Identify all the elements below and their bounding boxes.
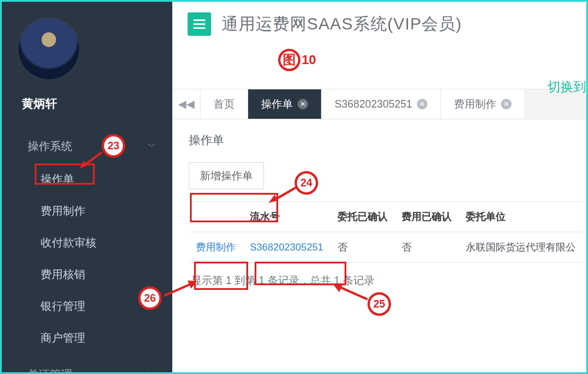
switch-link[interactable]: 切换到 bbox=[547, 78, 586, 96]
row-action-link[interactable]: 费用制作 bbox=[196, 242, 236, 253]
menu-section-documents: 单证管理 〉 bbox=[2, 358, 172, 374]
tab-close-icon[interactable]: ✕ bbox=[298, 99, 308, 109]
main: 通用运费网SAAS系统(VIP会员) 切换到 ◀◀ 首页 操作单 ✕ S3682… bbox=[172, 2, 586, 372]
chevron-down-icon: ﹀ bbox=[148, 141, 156, 152]
table-row: 费用制作 S368202305251 否 否 永联国际货运代理有限公 bbox=[189, 232, 583, 263]
svg-rect-0 bbox=[193, 19, 205, 21]
menu-item-payment-review[interactable]: 收付款审核 bbox=[2, 227, 172, 259]
menu-section-operations: 操作系统 ﹀ 操作单 费用制作 收付款审核 费用核销 银行管理 商户管理 bbox=[2, 129, 172, 354]
menu-header-documents[interactable]: 单证管理 〉 bbox=[2, 358, 172, 374]
svg-rect-2 bbox=[193, 27, 205, 29]
double-chevron-left-icon: ◀◀ bbox=[178, 98, 195, 111]
data-table: 流水号 委托已确认 费用已确认 委托单位 费用制作 S368202305251 … bbox=[189, 201, 583, 263]
app-title: 通用运费网SAAS系统(VIP会员) bbox=[222, 13, 462, 35]
menu-item-fee-make[interactable]: 费用制作 bbox=[2, 195, 172, 227]
menu-header-label: 操作系统 bbox=[28, 139, 72, 154]
svg-rect-1 bbox=[193, 24, 205, 25]
sidebar: 黄炳轩 操作系统 ﹀ 操作单 费用制作 收付款审核 费用核销 银行管理 商户管理… bbox=[2, 2, 172, 372]
col-commission-confirmed: 委托已确认 bbox=[330, 202, 395, 232]
row-commission-confirmed: 否 bbox=[330, 232, 395, 263]
col-serial: 流水号 bbox=[243, 202, 330, 232]
col-client: 委托单位 bbox=[459, 202, 583, 232]
tab-label: 操作单 bbox=[261, 97, 293, 111]
menu-toggle-button[interactable] bbox=[188, 12, 211, 36]
tab-close-icon[interactable]: ✕ bbox=[417, 99, 427, 109]
tab-label: 费用制作 bbox=[454, 97, 496, 111]
tab-label: 首页 bbox=[213, 97, 235, 111]
record-info: 显示第 1 到第 1 条记录，总共 1 条记录 bbox=[189, 263, 570, 298]
avatar[interactable] bbox=[18, 18, 79, 79]
tab-close-icon[interactable]: ✕ bbox=[501, 99, 512, 109]
col-action bbox=[189, 202, 243, 232]
row-serial-link[interactable]: S368202305251 bbox=[250, 242, 323, 253]
tabbar: ◀◀ 首页 操作单 ✕ S368202305251 ✕ 费用制作 ✕ bbox=[172, 89, 586, 119]
menu-header-label: 单证管理 bbox=[28, 367, 72, 374]
menu-item-fee-writeoff[interactable]: 费用核销 bbox=[2, 259, 172, 290]
tabbar-collapse-button[interactable]: ◀◀ bbox=[172, 89, 201, 119]
col-fee-confirmed: 费用已确认 bbox=[395, 202, 459, 232]
menu-item-operation-order[interactable]: 操作单 bbox=[2, 163, 172, 195]
chevron-right-icon: 〉 bbox=[148, 369, 156, 374]
tab-home[interactable]: 首页 bbox=[201, 89, 248, 119]
row-client: 永联国际货运代理有限公 bbox=[459, 232, 583, 263]
tab-serial[interactable]: S368202305251 ✕ bbox=[322, 89, 441, 119]
avatar-block bbox=[2, 2, 172, 85]
username: 黄炳轩 bbox=[2, 85, 172, 126]
panel-title: 操作单 bbox=[189, 132, 570, 148]
tab-label: S368202305251 bbox=[335, 98, 412, 111]
table-header-row: 流水号 委托已确认 费用已确认 委托单位 bbox=[189, 202, 583, 232]
content: 操作单 新增操作单 流水号 委托已确认 费用已确认 委托单位 费用制作 S368… bbox=[172, 119, 586, 311]
add-operation-button[interactable]: 新增操作单 bbox=[189, 162, 264, 189]
row-fee-confirmed: 否 bbox=[395, 232, 459, 263]
menu-item-merchant-manage[interactable]: 商户管理 bbox=[2, 322, 172, 354]
menu-header-operations[interactable]: 操作系统 ﹀ bbox=[2, 129, 172, 163]
hamburger-icon bbox=[193, 19, 205, 29]
tab-fee-make[interactable]: 费用制作 ✕ bbox=[441, 89, 525, 119]
menu-item-bank-manage[interactable]: 银行管理 bbox=[2, 290, 172, 322]
topbar: 通用运费网SAAS系统(VIP会员) bbox=[172, 2, 586, 54]
tab-operation-order[interactable]: 操作单 ✕ bbox=[248, 89, 322, 119]
